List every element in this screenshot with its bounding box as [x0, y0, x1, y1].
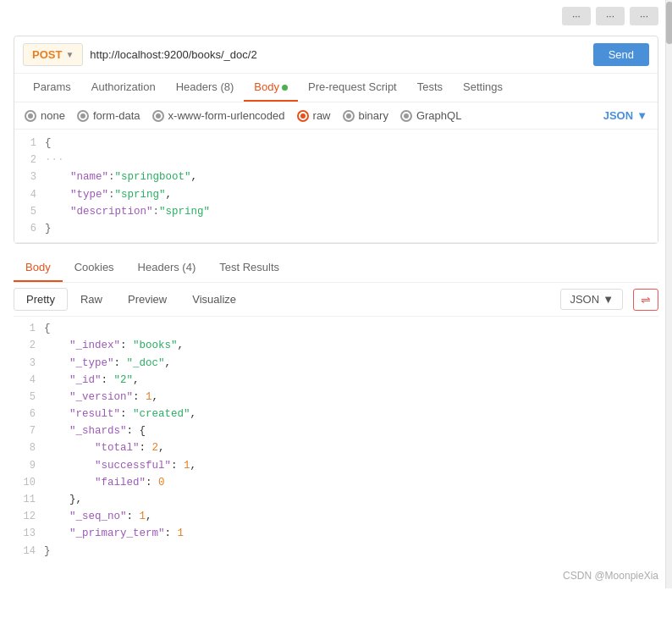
body-dot — [282, 85, 288, 91]
radio-graphql — [400, 110, 412, 122]
send-button[interactable]: Send — [593, 43, 649, 66]
request-section: POST ▼ Send Params Authorization Headers… — [14, 36, 658, 244]
radio-form-data — [77, 110, 89, 122]
view-pretty[interactable]: Pretty — [14, 288, 68, 311]
req-line-6: 6 } — [14, 220, 658, 237]
body-options: none form-data x-www-form-urlencoded raw… — [14, 102, 658, 130]
resp-line-11: 11 }, — [14, 491, 658, 508]
resp-line-2: 2 "_index": "books", — [14, 337, 658, 354]
resp-line-13: 13 "_primary_term": 1 — [14, 525, 658, 542]
req-line-5: 5 "description":"spring" — [14, 203, 658, 220]
req-line-2: 2 ··· — [14, 152, 658, 168]
top-bar: ··· ··· ··· — [0, 0, 672, 32]
resp-line-5: 5 "_version": 1, — [14, 389, 658, 406]
radio-raw — [297, 110, 309, 122]
scrollbar-track[interactable] — [665, 0, 672, 588]
radio-none — [25, 110, 36, 122]
method-select[interactable]: POST ▼ — [23, 43, 83, 66]
resp-line-12: 12 "_seq_no": 1, — [14, 508, 658, 525]
option-graphql[interactable]: GraphQL — [400, 109, 461, 122]
resp-line-4: 4 "_id": "2", — [14, 372, 658, 389]
json-chevron-icon: ▼ — [636, 109, 647, 122]
req-line-4: 4 "type":"spring", — [14, 186, 658, 203]
option-urlencoded[interactable]: x-www-form-urlencoded — [152, 109, 285, 122]
watermark: CSDN @MoonpieXia — [0, 563, 672, 588]
resp-tab-body[interactable]: Body — [14, 254, 63, 282]
json-format-button[interactable]: JSON ▼ — [603, 109, 647, 122]
resp-json-chevron-icon: ▼ — [603, 293, 614, 306]
view-raw[interactable]: Raw — [68, 288, 115, 311]
tab-tests[interactable]: Tests — [407, 74, 453, 102]
method-chevron-icon: ▼ — [65, 50, 74, 59]
top-btn-2[interactable]: ··· — [596, 7, 625, 25]
option-form-data[interactable]: form-data — [77, 109, 140, 122]
resp-line-10: 10 "failed": 0 — [14, 474, 658, 491]
resp-tab-headers[interactable]: Headers (4) — [126, 254, 208, 282]
resp-json-label: JSON — [570, 293, 599, 306]
resp-line-14: 14 } — [14, 543, 658, 560]
resp-json-button[interactable]: JSON ▼ — [560, 289, 623, 310]
top-btn-1[interactable]: ··· — [562, 7, 591, 25]
resp-tab-cookies[interactable]: Cookies — [63, 254, 126, 282]
request-editor[interactable]: 1 { 2 ··· 3 "name":"springboot", 4 "type… — [14, 130, 658, 243]
option-none[interactable]: none — [25, 109, 65, 122]
resp-line-1: 1 { — [14, 320, 658, 337]
request-url-bar: POST ▼ Send — [14, 36, 658, 74]
response-section: Body Cookies Headers (4) Test Results Pr… — [14, 254, 658, 563]
option-binary[interactable]: binary — [343, 109, 388, 122]
resp-wrap-button[interactable]: ⇌ — [633, 289, 658, 311]
response-tabs: Body Cookies Headers (4) Test Results — [14, 254, 658, 283]
resp-line-3: 3 "_type": "_doc", — [14, 355, 658, 372]
radio-urlencoded — [152, 110, 164, 122]
response-editor: 1 { 2 "_index": "books", 3 "_type": "_do… — [14, 317, 658, 563]
tab-pre-request[interactable]: Pre-request Script — [298, 74, 407, 102]
url-input[interactable] — [90, 48, 586, 61]
req-line-1: 1 { — [14, 135, 658, 152]
tab-authorization[interactable]: Authorization — [81, 74, 166, 102]
method-label: POST — [32, 48, 62, 61]
view-preview[interactable]: Preview — [115, 288, 179, 311]
resp-line-7: 7 "_shards": { — [14, 422, 658, 439]
tab-body[interactable]: Body — [244, 74, 298, 102]
resp-line-6: 6 "result": "created", — [14, 406, 658, 422]
resp-tab-test-results[interactable]: Test Results — [207, 254, 291, 282]
top-btn-3[interactable]: ··· — [630, 7, 658, 25]
option-raw[interactable]: raw — [297, 109, 331, 122]
req-line-3: 3 "name":"springboot", — [14, 168, 658, 185]
response-toolbar: Pretty Raw Preview Visualize JSON ▼ ⇌ — [14, 283, 658, 317]
wrap-icon: ⇌ — [641, 293, 651, 306]
json-format-label: JSON — [603, 109, 633, 122]
tab-headers[interactable]: Headers (8) — [166, 74, 245, 102]
tab-settings[interactable]: Settings — [453, 74, 513, 102]
tab-params[interactable]: Params — [23, 74, 81, 102]
request-tabs: Params Authorization Headers (8) Body Pr… — [14, 74, 658, 102]
scrollbar-thumb[interactable] — [666, 2, 672, 44]
resp-line-8: 8 "total": 2, — [14, 439, 658, 456]
view-visualize[interactable]: Visualize — [179, 288, 249, 311]
resp-line-9: 9 "successful": 1, — [14, 457, 658, 474]
radio-binary — [343, 110, 355, 122]
